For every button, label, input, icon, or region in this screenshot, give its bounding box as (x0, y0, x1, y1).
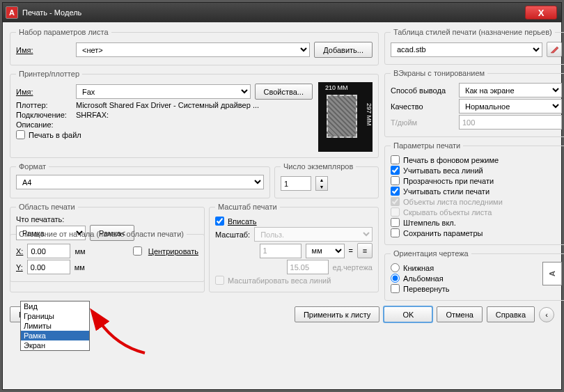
printer-name-select[interactable]: Fax (76, 84, 251, 99)
plot-area-legend: Область печати (16, 203, 78, 211)
app-icon: A (6, 6, 18, 19)
paper-preview: 210 MM 297 MM (318, 82, 373, 152)
pageset-name-select[interactable]: <нет> (76, 42, 310, 57)
upside-check[interactable] (391, 284, 400, 293)
options-legend: Параметры печати (391, 141, 463, 150)
shaded-legend: ВЭкраны с тонированием (391, 69, 487, 77)
offset-y-unit: мм (75, 263, 85, 272)
scale-eq: = (349, 246, 353, 255)
quality-label: Качество (391, 102, 455, 111)
option-check-3[interactable] (391, 187, 400, 196)
shaded-group: ВЭкраны с тонированием Способ вывода Как… (384, 69, 564, 137)
orient-group: Ориентация чертежа Книжная Альбомная Пер… (384, 249, 564, 301)
dropdown-option[interactable]: Вид (21, 301, 89, 311)
landscape-radio[interactable] (391, 274, 400, 283)
option-check-5 (391, 207, 400, 217)
copies-spinner[interactable]: ▲▼ (315, 176, 328, 191)
pageset-legend: Набор параметров листа (16, 28, 111, 36)
titlebar[interactable]: A Печать - Модель X (3, 3, 561, 22)
option-check-4 (391, 197, 400, 206)
dropdown-option[interactable]: Лимиты (21, 321, 89, 331)
expand-button[interactable]: ‹ (539, 307, 554, 322)
scale-menu-icon[interactable]: ≡ (357, 243, 373, 258)
offset-x-input[interactable] (27, 244, 70, 258)
print-dialog: A Печать - Модель X Набор параметров лис… (2, 2, 562, 390)
option-check-2[interactable] (391, 176, 400, 185)
what-print-dropdown[interactable]: ВидГраницыЛимитыРамкаЭкран (20, 301, 90, 351)
copies-input[interactable] (281, 176, 311, 191)
offset-x-label: X: (16, 247, 23, 256)
quality-select[interactable]: Нормальное (459, 99, 562, 113)
center-check[interactable] (133, 246, 142, 256)
scale-lw-check (215, 276, 224, 285)
scale-label: Масштаб: (215, 230, 250, 239)
pageset-group: Набор параметров листа Имя: <нет> Добави… (10, 28, 379, 65)
plotstyle-group: Таблица стилей печати (назначение перьев… (384, 28, 564, 65)
printer-group: Принтер/плоттер Имя: Fax Свойства... Пло… (10, 70, 379, 158)
output-label: Способ вывода (391, 86, 455, 95)
option-label-0: Печать в фоновом режиме (403, 156, 499, 164)
fit-check[interactable] (215, 217, 224, 226)
upside-label: Перевернуть (403, 285, 450, 293)
copies-group: Число экземпляров ▲▼ (274, 162, 379, 198)
desc-label: Описание: (16, 120, 72, 129)
scale-lw-label: Масштабировать веса линий (228, 276, 331, 285)
option-label-2: Прозрачность при печати (403, 177, 494, 185)
option-label-3: Учитывать стили печати (403, 187, 489, 196)
plotter-value: Microsoft Shared Fax Driver - Системный … (76, 101, 259, 109)
offset-group: Смещение от начала (начало области печат… (10, 230, 205, 282)
preview-height: 297 MM (366, 103, 373, 126)
dropdown-option[interactable]: Экран (21, 340, 89, 350)
conn-value: SHRFAX: (76, 111, 109, 119)
plotstyle-edit-button[interactable] (547, 42, 562, 57)
plotstyle-select[interactable]: acad.stb (391, 42, 542, 57)
help-button[interactable]: Справка (487, 306, 535, 322)
apply-button[interactable]: Применить к листу (295, 306, 380, 322)
paper-group: Формат A4 (10, 162, 270, 198)
scale-unit-select[interactable]: мм (306, 244, 345, 258)
offset-y-input[interactable] (27, 260, 70, 274)
option-label-4: Объекты листа последними (403, 198, 503, 206)
chevron-left-icon: ‹ (545, 311, 548, 319)
printer-legend: Принтер/плоттер (16, 70, 82, 78)
option-check-0[interactable] (391, 155, 400, 164)
portrait-radio[interactable] (391, 263, 400, 272)
cancel-button[interactable]: Отмена (437, 306, 482, 322)
copies-legend: Число экземпляров (281, 162, 356, 171)
option-label-5: Скрывать объекты листа (403, 208, 492, 217)
printer-props-button[interactable]: Свойства... (255, 84, 313, 100)
annotation-arrow (96, 315, 152, 358)
fit-label: Вписать (228, 217, 257, 226)
plot-to-file-check[interactable] (16, 130, 25, 139)
ok-button[interactable]: OK (384, 306, 432, 322)
portrait-label: Книжная (403, 264, 434, 272)
paper-legend: Формат (16, 162, 49, 171)
option-check-6[interactable] (391, 218, 400, 227)
dropdown-option[interactable]: Рамка (21, 331, 89, 340)
scale-num2[interactable] (287, 260, 329, 274)
option-check-1[interactable] (391, 166, 400, 175)
scale-group: Масштаб печати Вписать Масштаб: Польз. м… (209, 203, 379, 292)
dpi-input (459, 115, 562, 130)
options-group: Параметры печати Печать в фоновом режиме… (384, 141, 564, 245)
orient-legend: Ориентация чертежа (391, 249, 471, 258)
pencil-icon (550, 45, 558, 54)
conn-label: Подключение: (16, 111, 72, 119)
landscape-label: Альбомная (403, 274, 444, 283)
option-check-7[interactable] (391, 228, 400, 237)
button-bar: Просмотр... Применить к листу OK Отмена … (10, 306, 554, 322)
scale-select[interactable]: Польз. (254, 227, 373, 242)
preview-width: 210 MM (325, 84, 348, 91)
dropdown-option[interactable]: Границы (21, 311, 89, 321)
option-label-6: Штемпель вкл. (403, 219, 456, 227)
add-button[interactable]: Добавить... (314, 42, 373, 58)
output-select[interactable]: Как на экране (459, 83, 562, 97)
close-button[interactable]: X (525, 6, 557, 19)
offset-legend: Смещение от начала (начало области печат… (16, 230, 187, 238)
scale-num1[interactable] (260, 244, 301, 258)
pageset-name-label: Имя: (16, 46, 72, 54)
offset-y-label: Y: (16, 263, 23, 272)
plotstyle-legend: Таблица стилей печати (назначение перьев… (391, 28, 555, 36)
paper-select[interactable]: A4 (16, 175, 264, 189)
orient-icon: A (542, 262, 562, 285)
